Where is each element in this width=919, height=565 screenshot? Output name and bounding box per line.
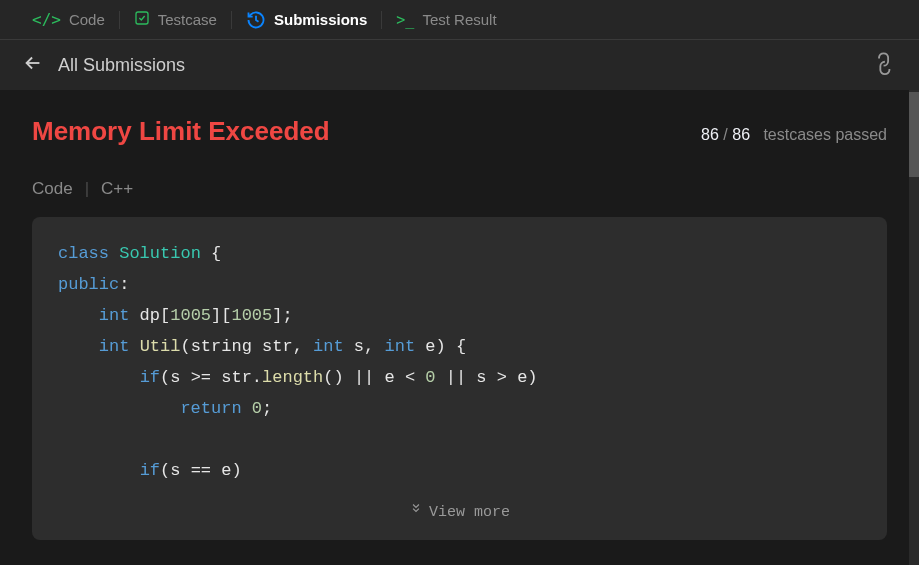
tab-label: Submissions (274, 11, 367, 28)
status-row: Memory Limit Exceeded 86 / 86 testcases … (32, 116, 887, 147)
verdict-title: Memory Limit Exceeded (32, 116, 330, 147)
view-more-label: View more (429, 499, 510, 526)
code-icon: </> (32, 10, 61, 29)
top-tabs: </> Code Testcase Submissions >_ Test Re… (0, 0, 919, 40)
terminal-icon: >_ (396, 11, 414, 29)
check-icon (134, 10, 150, 29)
slash: / (723, 126, 732, 143)
back-button[interactable]: All Submissions (22, 52, 185, 79)
testcase-suffix-text: testcases passed (763, 126, 887, 143)
link-icon[interactable] (869, 48, 904, 83)
divider: | (85, 179, 89, 199)
content-area: Memory Limit Exceeded 86 / 86 testcases … (0, 90, 919, 565)
scrollbar-thumb[interactable] (909, 92, 919, 177)
testcase-info: 86 / 86 testcases passed (701, 126, 887, 144)
tab-testresult[interactable]: >_ Test Result (382, 0, 510, 39)
tab-label: Testcase (158, 11, 217, 28)
chevron-down-icon (409, 499, 423, 524)
code-line: int Util(string str, int s, int e) { (58, 332, 861, 363)
tab-testcase[interactable]: Testcase (120, 0, 231, 39)
code-line: class Solution { (58, 239, 861, 270)
sub-header: All Submissions (0, 40, 919, 90)
code-line (58, 425, 861, 456)
history-icon (246, 10, 266, 30)
passed-count: 86 (701, 126, 719, 143)
code-line: public: (58, 270, 861, 301)
code-label: Code (32, 179, 73, 199)
tab-code[interactable]: </> Code (18, 0, 119, 39)
code-line: if(s >= str.length() || e < 0 || s > e) (58, 363, 861, 394)
svg-rect-0 (136, 12, 148, 24)
code-header: Code | C++ (32, 179, 887, 199)
code-block: class Solution { public: int dp[1005][10… (32, 217, 887, 540)
code-line: return 0; (58, 394, 861, 425)
tab-submissions[interactable]: Submissions (232, 0, 381, 39)
tab-label: Code (69, 11, 105, 28)
code-line: if(s == e) (58, 456, 861, 487)
back-label: All Submissions (58, 55, 185, 76)
language-label: C++ (101, 179, 133, 199)
view-more-button[interactable]: View more (58, 487, 861, 530)
total-count: 86 (732, 126, 750, 143)
tab-label: Test Result (422, 11, 496, 28)
arrow-left-icon (22, 52, 44, 79)
code-line: int dp[1005][1005]; (58, 301, 861, 332)
